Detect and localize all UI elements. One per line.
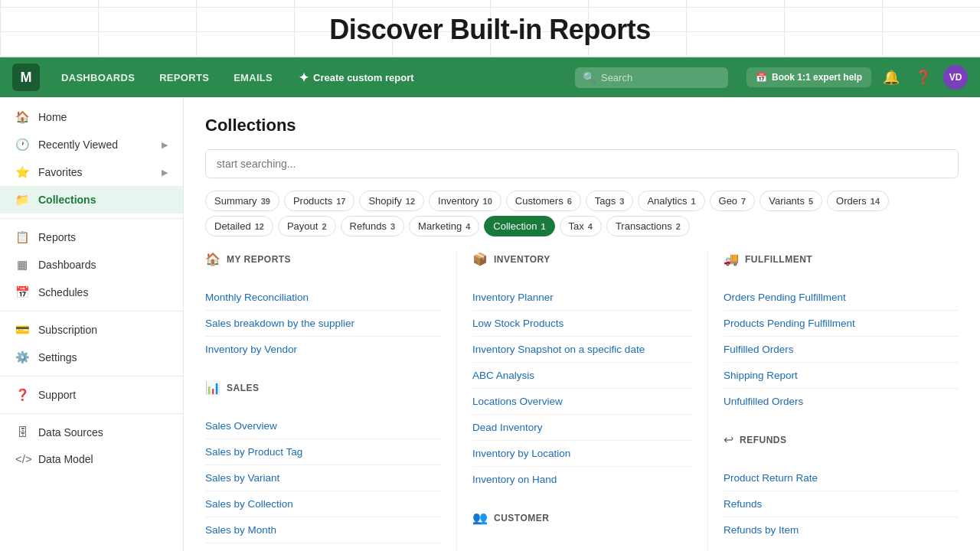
report-link-customers-with-more-than-3-orders[interactable]: Customers with More Than 3 Orders xyxy=(472,543,692,551)
sidebar-item-data-sources[interactable]: 🗄 Data Sources xyxy=(0,419,183,445)
filter-tab-tags[interactable]: Tags3 xyxy=(586,191,634,211)
sidebar-item-dashboards[interactable]: ▦ Dashboards xyxy=(0,251,183,279)
help-button[interactable]: ❓ xyxy=(911,65,936,90)
report-link-inventory-snapshot-on-a-specific-date[interactable]: Inventory Snapshot on a specific date xyxy=(472,337,692,363)
collections-search-input[interactable] xyxy=(205,149,959,178)
filter-tab-transactions[interactable]: Transactions2 xyxy=(606,216,690,236)
subscription-icon: 💳 xyxy=(15,323,29,337)
filter-tab-count: 3 xyxy=(619,197,624,206)
filter-tab-label: Transactions xyxy=(616,220,672,232)
report-link-product-return-rate[interactable]: Product Return Rate xyxy=(724,465,959,491)
filter-tab-tax[interactable]: Tax4 xyxy=(560,216,602,236)
report-link-sales-by-product-tag[interactable]: Sales by Product Tag xyxy=(205,439,441,465)
report-link-sales-by-variant[interactable]: Sales by Variant xyxy=(205,465,441,491)
filter-tab-count: 17 xyxy=(336,197,345,206)
filter-tab-label: Collection xyxy=(493,220,537,232)
report-link-inventory-by-location[interactable]: Inventory by Location xyxy=(472,441,692,467)
filter-tab-count: 10 xyxy=(483,197,492,206)
sidebar-item-home[interactable]: 🏠 Home xyxy=(0,103,183,131)
report-link-monthly-reconciliation[interactable]: Monthly Reconciliation xyxy=(205,285,441,311)
report-link-sales-overview[interactable]: Sales Overview xyxy=(205,413,441,439)
filter-tab-label: Variants xyxy=(769,195,805,207)
filter-tab-label: Tax xyxy=(569,220,584,232)
chevron-right-icon-2: ▶ xyxy=(162,168,168,178)
sidebar-item-schedules[interactable]: 📅 Schedules xyxy=(0,279,183,306)
filter-tab-label: Summary xyxy=(214,195,257,207)
section-title-sales: SALES xyxy=(227,383,260,393)
schedules-icon: 📅 xyxy=(15,285,29,299)
refunds-icon: ↩ xyxy=(724,432,733,447)
sidebar-item-data-model[interactable]: </> Data Model xyxy=(0,445,183,472)
filter-tab-count: 1 xyxy=(541,222,545,231)
report-link-shipping-report[interactable]: Shipping Report xyxy=(724,363,959,389)
filter-tab-orders[interactable]: Orders14 xyxy=(827,191,889,211)
report-link-products-pending-fulfillment[interactable]: Products Pending Fulfillment xyxy=(724,311,959,337)
filter-tab-label: Products xyxy=(293,195,332,207)
nav-emails[interactable]: EMAILS xyxy=(224,67,282,88)
filter-tab-detailed[interactable]: Detailed12 xyxy=(205,216,273,236)
sidebar-label-settings: Settings xyxy=(38,351,77,364)
report-link-low-stock-products[interactable]: Low Stock Products xyxy=(472,311,692,337)
filter-tab-products[interactable]: Products17 xyxy=(284,191,355,211)
report-link-inventory-planner[interactable]: Inventory Planner xyxy=(472,285,692,311)
create-custom-report-button[interactable]: ✦ Create custom report xyxy=(288,66,424,90)
report-link-locations-overview[interactable]: Locations Overview xyxy=(472,389,692,415)
sidebar-label-collections: Collections xyxy=(38,194,96,206)
nav-reports[interactable]: REPORTS xyxy=(150,67,218,88)
sidebar-label-schedules: Schedules xyxy=(38,286,88,298)
search-wrapper: 🔍 xyxy=(575,67,728,88)
report-link-refunds-by-item[interactable]: Refunds by Item xyxy=(724,517,959,543)
main-content: Collections Summary39Products17Shopify12… xyxy=(184,97,980,551)
report-link-orders-pending-fulfillment[interactable]: Orders Pending Fulfillment xyxy=(724,285,959,311)
sidebar-item-support[interactable]: ❓ Support xyxy=(0,381,183,409)
report-link-fulfilled-orders[interactable]: Fulfilled Orders xyxy=(724,337,959,363)
filter-tab-summary[interactable]: Summary39 xyxy=(205,191,279,211)
sidebar-label-data-model: Data Model xyxy=(38,453,93,465)
nav-search-input[interactable] xyxy=(575,67,728,88)
filter-tab-inventory[interactable]: Inventory10 xyxy=(429,191,501,211)
report-link-sales-by-collection[interactable]: Sales by Collection xyxy=(205,491,441,517)
filter-tab-customers[interactable]: Customers6 xyxy=(506,191,581,211)
notifications-button[interactable]: 🔔 xyxy=(879,65,903,90)
report-link-dead-inventory[interactable]: Dead Inventory xyxy=(472,415,692,441)
reports-grid: 🏠MY REPORTSMonthly ReconciliationSales b… xyxy=(205,252,959,551)
sidebar-item-recently-viewed[interactable]: 🕐 Recently Viewed ▶ xyxy=(0,131,183,158)
filter-tab-payout[interactable]: Payout2 xyxy=(278,216,336,236)
report-link-sales-breakdown-by-the-supplier[interactable]: Sales breakdown by the supplier xyxy=(205,311,441,337)
sidebar-item-collections[interactable]: 📁 Collections xyxy=(0,186,183,214)
report-column-0: 🏠MY REPORTSMonthly ReconciliationSales b… xyxy=(205,252,456,551)
sidebar-label-dashboards: Dashboards xyxy=(38,259,96,271)
home-icon: 🏠 xyxy=(15,110,29,124)
filter-tab-shopify[interactable]: Shopify12 xyxy=(359,191,424,211)
nav-logo[interactable]: M xyxy=(12,64,40,91)
sidebar-item-favorites[interactable]: ⭐ Favorites ▶ xyxy=(0,158,183,186)
filter-tab-collection[interactable]: Collection1 xyxy=(484,216,554,236)
nav-dashboards[interactable]: DASHBOARDS xyxy=(52,67,144,88)
sidebar-label-favorites: Favorites xyxy=(38,166,83,178)
sidebar-item-reports[interactable]: 📋 Reports xyxy=(0,223,183,251)
filter-tab-count: 2 xyxy=(676,222,681,231)
section-header-customer: 👥CUSTOMER xyxy=(472,510,692,533)
report-link-unfulfilled-orders[interactable]: Unfulfilled Orders xyxy=(724,389,959,414)
filter-tab-refunds[interactable]: Refunds3 xyxy=(341,216,405,236)
filter-tab-count: 12 xyxy=(255,222,264,231)
dashboards-icon: ▦ xyxy=(15,258,29,272)
expert-help-button[interactable]: 📅 Book 1:1 expert help xyxy=(746,67,871,87)
support-icon: ❓ xyxy=(15,388,29,402)
filter-tab-marketing[interactable]: Marketing4 xyxy=(409,216,479,236)
sparkle-icon: ✦ xyxy=(299,70,309,85)
report-link-sales-by-month[interactable]: Sales by Month xyxy=(205,517,441,543)
report-link-inventory-on-hand[interactable]: Inventory on Hand xyxy=(472,467,692,492)
report-link-abc-analysis[interactable]: ABC Analysis xyxy=(472,363,692,389)
report-link-inventory-by-vendor[interactable]: Inventory by Vendor xyxy=(205,337,441,362)
report-link-sales-by-order-tags[interactable]: Sales by Order Tags xyxy=(205,543,441,551)
user-avatar[interactable]: VD xyxy=(943,65,968,90)
report-link-refunds[interactable]: Refunds xyxy=(724,491,959,517)
sidebar-item-subscription[interactable]: 💳 Subscription xyxy=(0,316,183,344)
filter-tab-analytics[interactable]: Analytics1 xyxy=(638,191,704,211)
sidebar-item-settings[interactable]: ⚙️ Settings xyxy=(0,344,183,371)
data-sources-icon: 🗄 xyxy=(15,425,29,439)
section-header-my-reports: 🏠MY REPORTS xyxy=(205,252,441,274)
filter-tab-geo[interactable]: Geo7 xyxy=(710,191,756,211)
filter-tab-variants[interactable]: Variants5 xyxy=(760,191,822,211)
